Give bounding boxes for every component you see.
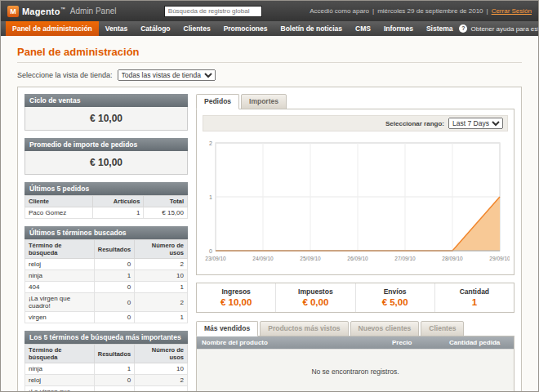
range-bar: Seleccionar rango: Last 7 Days	[203, 115, 508, 131]
column-header: Resultados	[94, 240, 134, 259]
column-header: Total	[144, 196, 188, 207]
separator: |	[487, 7, 488, 15]
logo-suffix: Admin Panel	[70, 7, 117, 16]
stat-label: Ingresos	[198, 287, 274, 296]
orders-chart: 01223/09/1024/09/1025/09/1026/09/1027/09…	[203, 136, 510, 265]
stat-envios: Envíos € 5,00	[355, 283, 434, 312]
range-label: Seleccionar rango:	[385, 120, 444, 127]
nav-item-promociones[interactable]: Promociones	[217, 21, 274, 36]
column-header: Término de búsqueda	[25, 240, 95, 259]
table-row[interactable]: reloj 0 2	[25, 375, 188, 386]
help-label: Obtener ayuda para esta página	[470, 25, 539, 33]
current-date: miércoles 29 de septiembre de 2010	[377, 7, 483, 15]
logo-wordmark: Magento™	[22, 7, 65, 16]
stat-label: Envíos	[358, 287, 433, 296]
column-header: Artículos	[92, 196, 143, 207]
nav-item-clientes[interactable]: Clientes	[177, 21, 217, 36]
nav-item-ventas[interactable]: Ventas	[99, 21, 134, 36]
table-row[interactable]: ¡La virgen que cuadro! 0 2	[25, 386, 188, 392]
chart-tabs: Pedidos Importes	[196, 94, 514, 109]
tab-mas-vendidos[interactable]: Más vendidos	[196, 321, 258, 336]
stat-value: 1	[437, 297, 512, 307]
lifetime-sales-value: € 10,00	[24, 107, 188, 131]
nav-item-catalogo[interactable]: Catálogo	[134, 21, 176, 36]
nav-item-cms[interactable]: CMS	[349, 21, 377, 36]
logged-in-as: Accedió como aparo	[310, 7, 369, 15]
average-orders-panel: Promedio de importe de pedidos € 10,00	[24, 138, 188, 175]
stat-value: € 5,00	[358, 297, 433, 307]
svg-text:28/09/10: 28/09/10	[442, 256, 463, 261]
chart-panel: Seleccionar rango: Last 7 Days 01223/09/…	[196, 109, 514, 275]
average-orders-value: € 10,00	[24, 151, 188, 175]
nav-item-boletin[interactable]: Boletín de noticias	[274, 21, 350, 36]
column-header: Resultados	[94, 345, 134, 363]
column-header: Término de búsqueda	[25, 345, 95, 363]
svg-text:24/09/10: 24/09/10	[252, 256, 274, 261]
tab-productos-mas-vistos[interactable]: Productos más vistos	[260, 321, 348, 336]
empty-records-message: No se encontraron registros.	[197, 349, 514, 392]
dashboard-right-column: Pedidos Importes Seleccionar rango: Last…	[196, 94, 514, 386]
tab-importes[interactable]: Importes	[241, 94, 287, 109]
last-orders-title: Últimos 5 pedidos	[24, 182, 188, 195]
table-row[interactable]: ninja 1 10	[25, 270, 188, 282]
column-header: Número de usos	[135, 240, 188, 259]
svg-text:0: 0	[209, 248, 212, 254]
page-title: Panel de administración	[17, 42, 522, 63]
help-icon: ?	[459, 24, 467, 33]
svg-text:26/09/10: 26/09/10	[347, 256, 368, 261]
logout-link[interactable]: Cerrar Sesión	[492, 7, 532, 15]
global-search-input[interactable]	[164, 6, 262, 17]
totals-bar: Ingresos € 10,00 Impuestos € 0,00 Envíos…	[196, 283, 514, 313]
store-view-switcher: Seleccione la vista de tienda: Todas las…	[17, 69, 522, 81]
top-search-terms-title: Los 5 términos de búsqueda más important…	[24, 331, 188, 344]
table-row[interactable]: ¡La virgen que cuadro! 0 2	[25, 293, 188, 312]
lifetime-sales-panel: Ciclo de ventas € 10,00	[24, 94, 188, 131]
column-header: Cliente	[25, 196, 93, 207]
last-search-terms-panel: Últimos 5 términos buscados Término de b…	[24, 226, 188, 323]
average-orders-title: Promedio de importe de pedidos	[24, 138, 188, 151]
store-view-select[interactable]: Todas las vistas de tienda	[118, 69, 216, 81]
trademark-symbol: ™	[60, 7, 65, 11]
svg-text:2: 2	[209, 140, 212, 146]
column-header-cantidad: Cantidad pedida	[444, 336, 514, 349]
tab-pedidos[interactable]: Pedidos	[196, 94, 239, 109]
column-header: Número de usos	[135, 345, 188, 363]
magento-logo: M Magento™ Admin Panel	[7, 6, 117, 17]
table-row[interactable]: reloj 0 2	[25, 259, 188, 270]
last-orders-table: Cliente Artículos Total Paco Gomez 1 € 1…	[24, 195, 188, 219]
nav-item-dashboard[interactable]: Panel de administración	[6, 21, 99, 36]
stat-cantidad: Cantidad 1	[434, 283, 514, 312]
products-tabs: Más vendidos Productos más vistos Nuevos…	[196, 321, 514, 336]
products-grid-header: Nombre del producto Precio Cantidad pedi…	[197, 336, 514, 349]
dashboard-left-column: Ciclo de ventas € 10,00 Promedio de impo…	[24, 94, 188, 386]
svg-text:29/09/10: 29/09/10	[489, 256, 510, 261]
separator: |	[372, 7, 374, 15]
tab-clientes[interactable]: Clientes	[421, 321, 464, 336]
stat-label: Cantidad	[437, 287, 512, 296]
range-select[interactable]: Last 7 Days	[448, 118, 503, 129]
store-view-label: Seleccione la vista de tienda:	[17, 71, 113, 79]
main-nav: Panel de administración Ventas Catálogo …	[1, 21, 538, 36]
nav-item-informes[interactable]: Informes	[377, 21, 420, 36]
stat-ingresos: Ingresos € 10,00	[197, 283, 275, 312]
chart-area: 01223/09/1024/09/1025/09/1026/09/1027/09…	[203, 136, 508, 269]
table-row[interactable]: Paco Gomez 1 € 15,00	[25, 207, 188, 219]
table-row[interactable]: virgen 0 1	[25, 312, 188, 323]
stat-label: Impuestos	[278, 287, 353, 296]
table-row[interactable]: 404 0 1	[25, 282, 188, 293]
page-help-link[interactable]: ? Obtener ayuda para esta página	[459, 21, 539, 36]
products-grid: Nombre del producto Precio Cantidad pedi…	[196, 336, 514, 392]
stat-value: € 10,00	[198, 297, 274, 307]
table-row[interactable]: ninja 1 10	[25, 363, 188, 375]
top-search-terms-panel: Los 5 términos de búsqueda más important…	[24, 331, 188, 392]
column-header-precio: Precio	[387, 336, 444, 349]
tab-nuevos-clientes[interactable]: Nuevos clientes	[350, 321, 420, 336]
svg-text:23/09/10: 23/09/10	[205, 256, 226, 261]
magento-logo-icon: M	[7, 6, 19, 17]
last-search-terms-table: Término de búsqueda Resultados Número de…	[24, 239, 188, 323]
magento-admin-page: M Magento™ Admin Panel Accedió como apar…	[0, 0, 539, 392]
nav-item-sistema[interactable]: Sistema	[420, 21, 460, 36]
svg-text:25/09/10: 25/09/10	[300, 256, 321, 261]
column-header-producto: Nombre del producto	[197, 336, 387, 349]
svg-text:1: 1	[209, 194, 212, 200]
